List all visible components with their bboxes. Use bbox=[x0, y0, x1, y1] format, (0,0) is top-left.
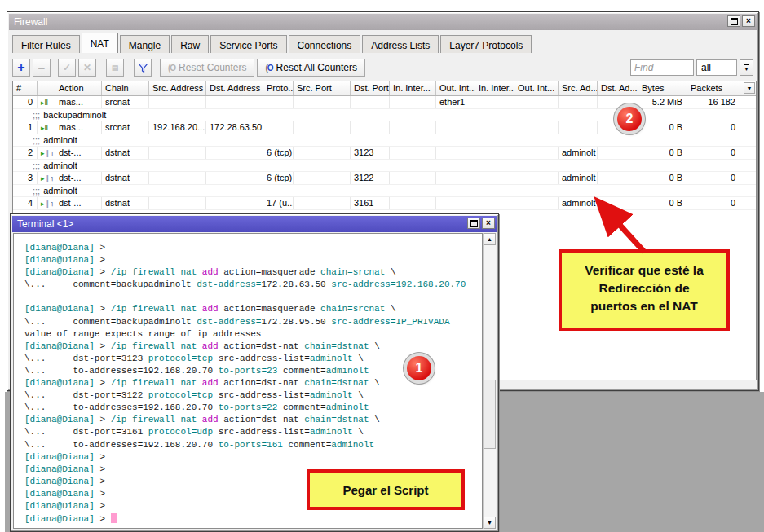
terminal-line: [diana@Diana] > bbox=[24, 452, 482, 464]
close-button[interactable]: × bbox=[742, 15, 755, 27]
tab-mangle[interactable]: Mangle bbox=[120, 35, 170, 53]
cross-icon: ✕ bbox=[83, 62, 91, 73]
remove-rule-button[interactable]: − bbox=[33, 59, 51, 77]
plus-icon: + bbox=[17, 62, 24, 73]
cell-filler bbox=[740, 121, 756, 134]
terminal-line: \... to-addresses=192.168.20.70 to-ports… bbox=[24, 402, 482, 415]
column-header-src-port[interactable]: Src. Port bbox=[294, 81, 351, 95]
note-line: puertos en el NAT bbox=[562, 297, 726, 315]
terminal-line: value of range expects range of ip addre… bbox=[24, 329, 482, 341]
column-header-icon[interactable] bbox=[38, 81, 55, 95]
filter-scope-dropdown-button[interactable]: ▼ bbox=[740, 59, 753, 76]
filter-button[interactable] bbox=[134, 59, 152, 77]
cell bbox=[263, 121, 294, 134]
cell-filler bbox=[740, 96, 756, 108]
column-header-out-int-[interactable]: Out. Int... bbox=[514, 81, 559, 95]
terminal-titlebar[interactable]: Terminal <1> × bbox=[12, 216, 497, 232]
add-rule-button[interactable]: + bbox=[12, 59, 30, 77]
reset-all-counters-button[interactable]: (O Reset All Counters bbox=[257, 59, 365, 77]
column-header-out-int-[interactable]: Out. Int... bbox=[436, 81, 475, 95]
nat-rule-row[interactable]: 2▸❙˥dst-...dstnat6 (tcp)3123adminolt0 B0 bbox=[13, 147, 756, 160]
dropdown-arrow-icon: ▼ bbox=[744, 64, 749, 72]
enable-rule-button[interactable]: ✓ bbox=[58, 59, 76, 77]
cell bbox=[206, 172, 263, 184]
terminal-scrollbar[interactable]: ▲ ▼ bbox=[483, 233, 496, 529]
column-header-dst-ad-[interactable]: Dst. Ad... bbox=[598, 81, 638, 95]
column-header-action[interactable]: Action bbox=[55, 81, 102, 95]
comment-row[interactable]: ;;;backupadminolt bbox=[13, 109, 756, 121]
nat-rule-row[interactable]: 3▸❙˥dst-...dstnat6 (tcp)3122adminolt0 B0 bbox=[13, 172, 756, 185]
cell: 0 B bbox=[638, 121, 687, 134]
firewall-titlebar[interactable]: Firewall × bbox=[9, 14, 757, 30]
column-header-dst-address[interactable]: Dst. Address bbox=[206, 81, 263, 95]
cell: 6 (tcp) bbox=[263, 172, 294, 184]
cell: 0 B bbox=[638, 172, 687, 184]
nat-rule-row[interactable]: 1▸‖mas...srcnat192.168.20...172.28.63.50… bbox=[13, 121, 756, 134]
cell: ether1 bbox=[436, 96, 475, 108]
cell bbox=[390, 172, 436, 184]
cell bbox=[294, 147, 351, 159]
nat-rule-row[interactable]: 0▸‖mas...srcnatether15.2 MiB16 182 bbox=[13, 96, 756, 109]
funnel-icon bbox=[138, 63, 148, 73]
column-header-packets[interactable]: Packets bbox=[687, 81, 740, 95]
cell: 4 bbox=[13, 197, 38, 209]
cell bbox=[514, 147, 559, 159]
note-line: Verificar que esté la bbox=[562, 262, 726, 279]
tab-service-ports[interactable]: Service Ports bbox=[210, 35, 286, 53]
cell bbox=[294, 197, 351, 209]
cell bbox=[436, 172, 475, 184]
counter-icon: (O bbox=[265, 64, 272, 73]
cell bbox=[149, 147, 206, 159]
cell bbox=[475, 197, 514, 209]
column-header-proto-[interactable]: Proto... bbox=[263, 81, 294, 95]
tab-address-lists[interactable]: Address Lists bbox=[362, 35, 439, 53]
tab-raw[interactable]: Raw bbox=[171, 35, 209, 53]
filter-scope-select[interactable]: all bbox=[696, 59, 737, 76]
cell: 0 bbox=[687, 172, 740, 184]
scrollbar-thumb[interactable] bbox=[484, 380, 496, 449]
column-select-button[interactable]: ▼ bbox=[744, 82, 755, 94]
tab-connections[interactable]: Connections bbox=[289, 35, 361, 53]
firewall-title: Firewall bbox=[14, 16, 47, 28]
nat-verification-note: Verificar que esté la Redirección de pue… bbox=[559, 249, 730, 331]
column-header-in-inter-[interactable]: In. Inter... bbox=[475, 81, 514, 95]
terminal-line: \... to-addresses=192.168.20.70 to-ports… bbox=[24, 440, 482, 452]
maximize-button[interactable] bbox=[727, 15, 740, 27]
comment-row[interactable]: ;;;adminolt bbox=[13, 134, 756, 147]
cell: adminolt bbox=[559, 172, 598, 184]
note-line: Redirección de bbox=[562, 279, 726, 297]
comment-icon: ▤ bbox=[112, 64, 119, 72]
column-header--[interactable]: # bbox=[13, 81, 38, 95]
cell-filler bbox=[740, 197, 756, 209]
tab-nat[interactable]: NAT bbox=[82, 33, 118, 53]
maximize-button[interactable] bbox=[467, 218, 480, 229]
column-header-src-address[interactable]: Src. Address bbox=[149, 81, 206, 95]
column-header-chain[interactable]: Chain bbox=[102, 81, 149, 95]
terminal-line: \... dst-port=3161 protocol=udp src-addr… bbox=[24, 427, 482, 439]
close-button[interactable]: × bbox=[482, 218, 495, 229]
comment-button[interactable]: ▤ bbox=[106, 59, 124, 77]
cell bbox=[436, 147, 475, 159]
find-input[interactable] bbox=[630, 59, 694, 76]
reset-counters-button[interactable]: (O Reset Counters bbox=[160, 59, 254, 77]
cell bbox=[598, 172, 638, 184]
scroll-down-button[interactable]: ▼ bbox=[484, 517, 496, 529]
cell bbox=[206, 96, 263, 108]
cell bbox=[390, 121, 436, 134]
maximize-icon bbox=[731, 18, 738, 25]
cell: dst-... bbox=[55, 172, 102, 184]
cell-filler bbox=[740, 147, 756, 159]
cell: dst-... bbox=[55, 147, 102, 159]
column-header-src-ad-[interactable]: Src. Ad... bbox=[559, 81, 598, 95]
cell bbox=[390, 96, 436, 108]
comment-row[interactable]: ;;;adminolt bbox=[13, 160, 756, 172]
tab-layer7-protocols[interactable]: Layer7 Protocols bbox=[440, 35, 532, 53]
tab-filter-rules[interactable]: Filter Rules bbox=[12, 35, 80, 53]
column-header-bytes[interactable]: Bytes bbox=[638, 81, 687, 95]
scroll-up-button[interactable]: ▲ bbox=[484, 233, 496, 245]
column-header-in-inter-[interactable]: In. Inter... bbox=[390, 81, 436, 95]
column-header-dst-port[interactable]: Dst. Port bbox=[351, 81, 390, 95]
cell bbox=[559, 96, 598, 108]
terminal-cursor bbox=[111, 513, 117, 523]
disable-rule-button[interactable]: ✕ bbox=[78, 59, 96, 77]
